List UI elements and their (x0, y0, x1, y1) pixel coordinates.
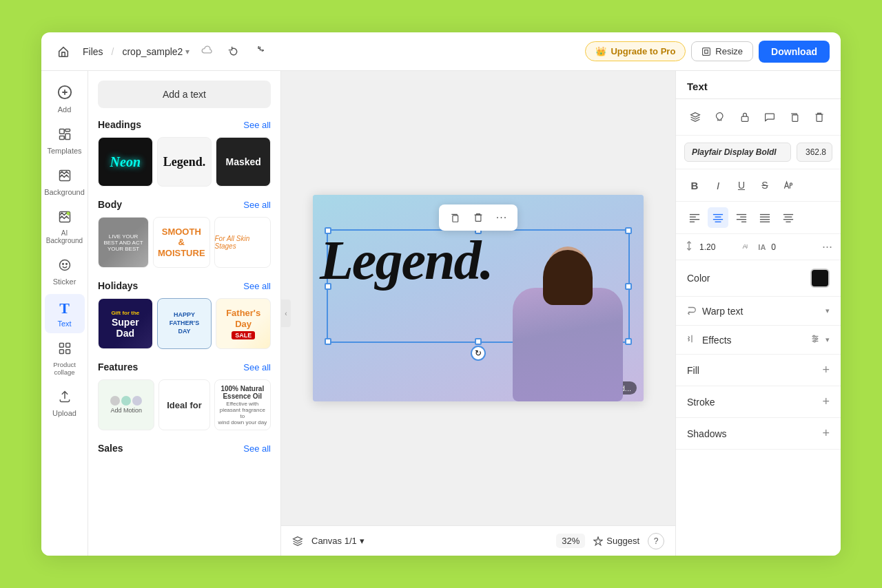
comment-action-btn[interactable] (759, 106, 781, 128)
copy-button[interactable] (444, 207, 465, 228)
italic-button[interactable]: I (708, 175, 728, 196)
body-smooth-card[interactable]: SMOOTH&MOISTURE (153, 217, 210, 268)
heading-neon-card[interactable]: Neon (98, 137, 153, 187)
svg-rect-19 (453, 216, 458, 222)
handle-top-right[interactable] (625, 227, 632, 234)
align-center-button[interactable] (708, 207, 728, 228)
add-text-button[interactable]: Add a text (98, 81, 271, 108)
svg-point-52 (814, 340, 816, 342)
text-actions-row (676, 99, 841, 136)
lock-action-btn[interactable] (734, 106, 756, 128)
body-templates-row: LIVE YOUR BEST AND ACT YOUR BEST SMOOTH&… (98, 217, 271, 268)
holiday-superdad-card[interactable]: Gift for the Super Dad (98, 298, 153, 349)
sidebar-item-ai-background[interactable]: AI Background (45, 204, 85, 250)
sidebar-item-product-collage-label: Product collage (49, 361, 81, 376)
align-right-button[interactable] (731, 207, 752, 228)
handle-bottom-middle[interactable] (475, 338, 482, 345)
align-distribute-button[interactable] (778, 207, 799, 228)
shadows-section[interactable]: Shadows + (676, 418, 841, 450)
font-size-input[interactable]: 362.8 (797, 143, 832, 162)
layers-button[interactable] (292, 536, 303, 547)
effects-icon (687, 334, 697, 346)
rotate-handle[interactable]: ↻ (471, 346, 486, 361)
features-see-all[interactable]: See all (243, 362, 271, 372)
sidebar-item-sticker[interactable]: Sticker (45, 253, 85, 291)
delete-toolbar-button[interactable] (468, 207, 489, 228)
suggest-button[interactable]: Suggest (593, 536, 639, 546)
headings-see-all[interactable]: See all (243, 120, 271, 130)
holiday-fathers-card[interactable]: Father'sDay SALE (216, 298, 271, 349)
sidebar-item-background[interactable]: Background (45, 163, 85, 202)
holiday-fathersday-card[interactable]: HAPPYFATHER'SDAY (157, 298, 212, 349)
fill-add-button[interactable]: + (822, 363, 830, 377)
download-button[interactable]: Download (759, 41, 830, 63)
canvas-image[interactable]: ↻ Legend. (313, 195, 644, 401)
sidebar-item-text[interactable]: T Text (45, 294, 85, 333)
stroke-section[interactable]: Stroke + (676, 386, 841, 418)
help-button[interactable]: ? (648, 533, 664, 549)
bold-button[interactable]: B (684, 175, 705, 196)
filename-label[interactable]: crop_sample2 ▾ (122, 46, 189, 57)
files-link[interactable]: Files (83, 46, 103, 57)
home-button[interactable] (52, 41, 74, 63)
effects-section[interactable]: Effects ▾ (676, 326, 841, 355)
underline-button[interactable]: U (731, 175, 752, 196)
metrics-more-button[interactable]: ··· (822, 240, 832, 254)
letter-spacing-value[interactable]: 0 (771, 242, 776, 252)
sidebar-item-templates[interactable]: Templates (45, 122, 85, 160)
shadows-label: Shadows (687, 428, 822, 439)
handle-top-left[interactable] (325, 227, 331, 234)
case-button[interactable] (778, 175, 799, 196)
person-figure (506, 195, 630, 401)
headings-row: Neon Legend. Masked (98, 137, 271, 187)
font-name-selector[interactable]: Playfair Display BoldI (684, 143, 791, 162)
feature-card-2[interactable]: Ideal for (158, 379, 209, 430)
layers-action-btn[interactable] (684, 106, 706, 128)
redo-button[interactable] (247, 41, 269, 63)
line-height-value[interactable]: 1.20 (699, 242, 715, 252)
align-justify-button[interactable] (755, 207, 775, 228)
undo-button[interactable] (223, 41, 245, 63)
body-forskin-card[interactable]: For All Skin Stages (214, 217, 271, 268)
body-img-card[interactable]: LIVE YOUR BEST AND ACT YOUR BEST (98, 217, 149, 268)
sidebar-item-product-collage[interactable]: Product collage (45, 336, 85, 381)
heading-legend-card[interactable]: Legend. (157, 137, 212, 187)
more-toolbar-button[interactable]: ··· (491, 207, 512, 228)
heading-masked-card[interactable]: Masked (216, 137, 271, 187)
stroke-label: Stroke (687, 397, 822, 408)
color-swatch[interactable] (810, 269, 830, 288)
sales-see-all[interactable]: See all (243, 443, 271, 454)
handle-bottom-left[interactable] (325, 338, 331, 345)
warp-text-section[interactable]: Warp text ▾ (676, 297, 841, 326)
effects-settings-icon[interactable] (810, 334, 820, 346)
canvas-dropdown-icon[interactable]: ▾ (360, 536, 365, 546)
handle-middle-right[interactable] (625, 283, 632, 290)
dropdown-icon: ▾ (185, 47, 189, 56)
feature-card-1[interactable]: Add Motion (98, 379, 154, 430)
strikethrough-button[interactable]: S (755, 175, 775, 196)
header-actions: 👑 Upgrade to Pro Resize Download (585, 41, 830, 63)
shadows-add-button[interactable]: + (822, 426, 830, 441)
handle-bottom-right[interactable] (625, 338, 632, 345)
feature-card-3[interactable]: 100% NaturalEssence Oil Effective with p… (214, 379, 271, 430)
cloud-icon (201, 45, 214, 58)
svg-point-11 (66, 212, 70, 216)
sidebar-item-upload[interactable]: Upload (45, 384, 85, 423)
align-left-button[interactable] (684, 207, 705, 228)
stroke-add-button[interactable]: + (822, 395, 830, 409)
ai-action-btn[interactable] (709, 106, 731, 128)
duplicate-action-btn[interactable] (783, 106, 806, 128)
font-row: Playfair Display BoldI 362.8 (676, 136, 841, 169)
body-see-all[interactable]: See all (243, 200, 271, 210)
sidebar-item-add[interactable]: Add (45, 79, 85, 119)
panel-collapse-btn[interactable]: ‹ (281, 300, 291, 327)
delete-action-btn[interactable] (808, 106, 830, 128)
resize-button[interactable]: Resize (691, 41, 753, 61)
fill-section[interactable]: Fill + (676, 355, 841, 386)
color-label: Color (687, 273, 810, 284)
holidays-see-all[interactable]: See all (243, 281, 271, 291)
upgrade-button[interactable]: 👑 Upgrade to Pro (585, 41, 686, 61)
floating-toolbar: ··· (439, 204, 517, 231)
handle-middle-left[interactable] (325, 283, 331, 290)
sidebar-item-text-label: Text (57, 319, 71, 328)
